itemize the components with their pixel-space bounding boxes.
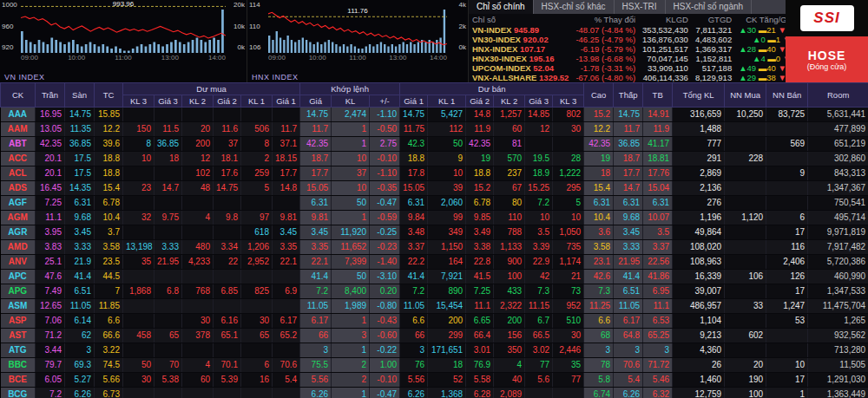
stock-row-APC[interactable]: APC47.641.444.541.450-3.1041.47,92141.51… bbox=[1, 270, 868, 284]
col-ask-1[interactable]: KL 1 bbox=[428, 95, 466, 108]
col-bid-2[interactable]: KL 2 bbox=[182, 95, 214, 108]
cell-ticker[interactable]: ADS bbox=[1, 181, 36, 196]
cell-bid-vol-1: 30 bbox=[241, 314, 273, 329]
cell-ask-vol-3: 30 bbox=[553, 329, 584, 343]
col-ask-0[interactable]: Giá 1 bbox=[400, 95, 428, 108]
stock-row-ANV[interactable]: ANV25.121.923.53521.954,233222,95222.122… bbox=[1, 255, 868, 270]
cell-foreign-sell: 17 bbox=[766, 373, 808, 388]
cell-bid-price-3: 65 bbox=[155, 329, 182, 343]
cell-ask-vol-1: 299 bbox=[428, 329, 466, 343]
col-match-2[interactable]: +/- bbox=[370, 95, 400, 108]
stock-row-AGF[interactable]: AGF7.256.316.786.3150-0.476.312,0606.788… bbox=[1, 196, 868, 211]
cell-ticker[interactable]: APC bbox=[1, 270, 36, 284]
cell-high: 3.58 bbox=[584, 240, 614, 255]
stock-row-AGM[interactable]: AGM11.19.6810.4329.7549.8979.819.811-0.5… bbox=[1, 211, 868, 225]
col-ask-2[interactable]: Giá 2 bbox=[466, 95, 494, 108]
tab-0[interactable]: Chỉ số chính bbox=[469, 0, 534, 14]
col-foreign-sell[interactable]: NN Bán bbox=[766, 83, 808, 108]
index-row-UPCOM-INDEX[interactable]: UPCOM-INDEX 52.04-1.78 (-3.31 %)33,909,1… bbox=[469, 63, 804, 73]
cell-matched-volume: 1 bbox=[332, 343, 370, 358]
cell-ticker[interactable]: BCE bbox=[1, 373, 36, 388]
cell-floor: 41.4 bbox=[65, 270, 95, 284]
stock-row-BCG[interactable]: BCG7.26.266.736.261-0.476.261,3686.282,0… bbox=[1, 388, 868, 398]
stock-row-ASP[interactable]: ASP7.066.146.6306.16306.176.171-0.436.62… bbox=[1, 314, 868, 329]
col-floor[interactable]: Sàn bbox=[65, 83, 95, 108]
col-foreign-buy[interactable]: NN Mua bbox=[725, 83, 766, 108]
exchange-status-box[interactable]: HOSE (Đóng cửa) bbox=[786, 36, 868, 82]
chart-title: HNX INDEX bbox=[252, 73, 299, 82]
cell-foreign-buy bbox=[725, 314, 766, 329]
stock-row-APG[interactable]: APG7.496.5171,8686.87686.858256.97.28,40… bbox=[1, 284, 868, 299]
col-bid-5[interactable]: Giá 1 bbox=[273, 95, 300, 108]
cell-ticker[interactable]: ACL bbox=[1, 166, 36, 181]
cell-ticker[interactable]: ASM bbox=[1, 299, 36, 314]
stock-row-ATG[interactable]: ATG3.4433.2231-0.223171,6513.013503.022,… bbox=[1, 343, 868, 358]
cell-reference: 44.5 bbox=[95, 270, 123, 284]
col-match-0[interactable]: Giá bbox=[300, 95, 332, 108]
stock-row-ADS[interactable]: ADS16.4514.3515.42314.74814.75514.815.05… bbox=[1, 181, 868, 196]
group-matched[interactable]: Khớp lệnh bbox=[300, 83, 400, 95]
cell-ticker[interactable]: ABT bbox=[1, 137, 36, 152]
stock-row-AGR[interactable]: AGR3.953.453.76183.453.4511,920-0.253.48… bbox=[1, 225, 868, 240]
index-row-VNX-ALLSHARE[interactable]: VNX-ALLSHARE 1329.52-67.06 (-4.80 %)406,… bbox=[469, 73, 804, 82]
cell-ticker[interactable]: AAA bbox=[1, 108, 36, 122]
stock-row-ABT[interactable]: ABT42.3536.8539.6836.8520037837.142.3512… bbox=[1, 137, 868, 152]
stock-row-ACL[interactable]: ACL20.117.518.810217.625917.717.737-1.10… bbox=[1, 166, 868, 181]
col-match-1[interactable]: KL bbox=[332, 95, 370, 108]
tab-2[interactable]: HSX-TRI bbox=[615, 0, 666, 14]
cell-ticker[interactable]: ASP bbox=[1, 314, 36, 329]
index-row-HNX30-INDEX[interactable]: HNX30-INDEX 195.16-13.98 (-6.68 %)70,047… bbox=[469, 54, 804, 63]
col-bid-0[interactable]: KL 3 bbox=[123, 95, 155, 108]
cell-low: 21.95 bbox=[614, 255, 643, 270]
col-ask-4[interactable]: Giá 3 bbox=[525, 95, 553, 108]
index-row-HNX-INDEX[interactable]: HNX-INDEX 107.17-6.19 (-5.79 %)101,251,5… bbox=[469, 44, 804, 54]
stock-row-ACC[interactable]: ACC20.117.518.810181218.1218.1518.710-0.… bbox=[1, 152, 868, 166]
cell-matched-price: 5.56 bbox=[300, 373, 332, 388]
col-bid-4[interactable]: KL 1 bbox=[241, 95, 273, 108]
col-bid-1[interactable]: Giá 3 bbox=[155, 95, 182, 108]
stock-row-ASM[interactable]: ASM12.6511.0511.8511.051,989-0.8011.0515… bbox=[1, 299, 868, 314]
col-ticker[interactable]: CK bbox=[1, 83, 36, 108]
index-row-VN30-INDEX[interactable]: VN30-INDEX 920.02-46.25 (-4.79 %)136,876… bbox=[469, 35, 804, 44]
tab-1[interactable]: HSX-chỉ số khác bbox=[534, 0, 615, 14]
index-name: VN30-INDEX 920.02 bbox=[469, 35, 572, 44]
col-ask-5[interactable]: KL 3 bbox=[553, 95, 584, 108]
stock-row-AMD[interactable]: AMD3.833.333.5813,1983.334803.341,2063.3… bbox=[1, 240, 868, 255]
col-total-volume[interactable]: Tổng KL bbox=[673, 83, 725, 108]
cell-ticker[interactable]: AST bbox=[1, 329, 36, 343]
index-row-VN-INDEX[interactable]: VN-INDEX 945.89-48.07 (-4.84 %)353,532,4… bbox=[469, 25, 804, 35]
cell-ticker[interactable]: AGM bbox=[1, 211, 36, 225]
cell-ticker[interactable]: AGR bbox=[1, 225, 36, 240]
col-room[interactable]: Room bbox=[808, 83, 868, 108]
cell-high: 42.35 bbox=[584, 137, 614, 152]
col-average[interactable]: TB bbox=[643, 83, 673, 108]
col-bid-3[interactable]: Giá 2 bbox=[214, 95, 241, 108]
col-high[interactable]: Cao bbox=[584, 83, 614, 108]
cell-ticker[interactable]: AMD bbox=[1, 240, 36, 255]
cell-bid-price-2 bbox=[214, 343, 241, 358]
cell-ticker[interactable]: APG bbox=[1, 284, 36, 299]
cell-ticker[interactable]: AAM bbox=[1, 122, 36, 137]
cell-ticker[interactable]: ACC bbox=[1, 152, 36, 166]
stock-row-AST[interactable]: AST71.26266.64586537865.16565.2663-0.606… bbox=[1, 329, 868, 343]
group-ask[interactable]: Dư bán bbox=[400, 83, 584, 95]
col-low[interactable]: Thấp bbox=[614, 83, 643, 108]
cell-ticker[interactable]: ANV bbox=[1, 255, 36, 270]
cell-ticker[interactable]: AGF bbox=[1, 196, 36, 211]
cell-ask-vol-2: 200 bbox=[494, 314, 525, 329]
stock-row-AAA[interactable]: AAA16.9514.7515.8514.752,474-1.1014.755,… bbox=[1, 108, 868, 122]
col-reference[interactable]: TC bbox=[95, 83, 123, 108]
stock-row-AAM[interactable]: AAM13.0511.3512.215011.52011.650611.711.… bbox=[1, 122, 868, 137]
stock-row-BCE[interactable]: BCE6.055.275.66305.38605.39165.45.562-0.… bbox=[1, 373, 868, 388]
tab-3[interactable]: HSX-chỉ số ngành bbox=[666, 0, 753, 14]
col-ceiling[interactable]: Trần bbox=[36, 83, 65, 108]
cell-ceiling: 11.1 bbox=[36, 211, 65, 225]
cell-ticker[interactable]: BBC bbox=[1, 358, 36, 373]
col-ask-3[interactable]: KL 2 bbox=[494, 95, 525, 108]
stock-row-BBC[interactable]: BBC79.769.374.55070470.1670.675.521.0076… bbox=[1, 358, 868, 373]
cell-ticker[interactable]: ATG bbox=[1, 343, 36, 358]
cell-ask-vol-3: 21 bbox=[553, 270, 584, 284]
cell-ticker[interactable]: BCG bbox=[1, 388, 36, 398]
cell-change: 2.75 bbox=[370, 137, 400, 152]
group-bid[interactable]: Dư mua bbox=[123, 83, 300, 95]
